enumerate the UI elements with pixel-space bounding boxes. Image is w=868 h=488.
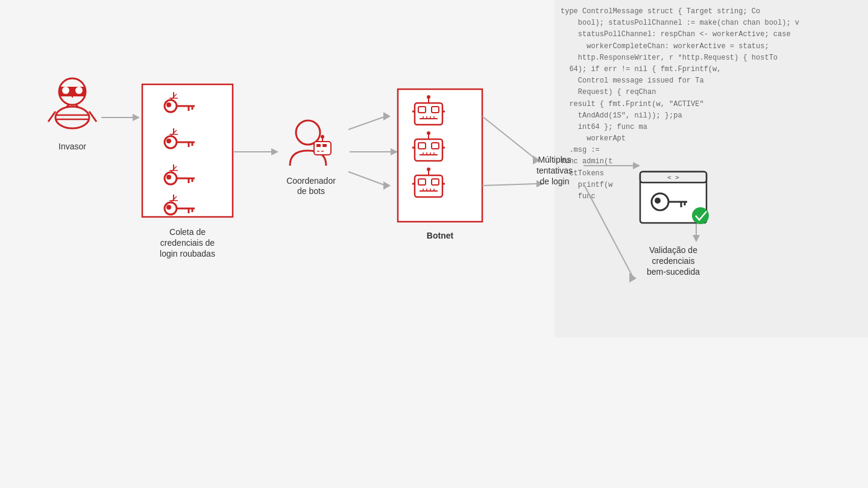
svg-marker-64 <box>383 112 391 120</box>
svg-marker-52 <box>271 148 278 155</box>
svg-text:Múltiplas: Múltiplas <box>538 155 571 164</box>
svg-text:Botnet: Botnet <box>427 231 454 240</box>
svg-rect-15 <box>142 84 233 217</box>
svg-line-10 <box>48 111 55 122</box>
svg-point-2 <box>62 87 69 94</box>
svg-marker-119 <box>629 273 637 283</box>
svg-text:Invasor: Invasor <box>58 142 86 151</box>
svg-text:tentativas: tentativas <box>536 166 573 175</box>
svg-text:bem-sucedida: bem-sucedida <box>647 267 700 277</box>
svg-text:login roubadas: login roubadas <box>160 249 215 258</box>
svg-line-118 <box>583 184 633 277</box>
svg-text:Coordenador: Coordenador <box>286 176 336 186</box>
svg-point-31 <box>166 139 171 143</box>
svg-marker-68 <box>383 181 391 190</box>
svg-point-47 <box>166 205 171 210</box>
svg-text:< >: < > <box>667 174 679 181</box>
svg-text:credenciais de: credenciais de <box>160 238 215 248</box>
svg-line-109 <box>482 184 536 186</box>
svg-point-124 <box>655 198 661 204</box>
svg-text:Coleta de: Coleta de <box>169 227 206 237</box>
svg-rect-54 <box>314 142 331 155</box>
svg-point-128 <box>692 207 709 224</box>
svg-text:Validação de: Validação de <box>649 245 697 255</box>
main-diagram: Invasor <box>0 0 868 434</box>
svg-text:credenciais: credenciais <box>652 256 695 266</box>
svg-point-23 <box>166 102 171 107</box>
svg-rect-56 <box>322 144 327 147</box>
svg-point-5 <box>55 107 89 128</box>
svg-line-107 <box>482 116 536 160</box>
svg-line-67 <box>348 172 386 186</box>
svg-point-60 <box>321 135 324 139</box>
svg-point-91 <box>427 131 430 135</box>
svg-marker-14 <box>133 114 140 121</box>
svg-marker-115 <box>633 162 640 169</box>
svg-marker-117 <box>693 235 700 242</box>
svg-marker-66 <box>391 148 398 155</box>
svg-point-103 <box>427 167 430 171</box>
svg-rect-69 <box>398 89 482 222</box>
svg-point-3 <box>75 87 83 94</box>
svg-point-39 <box>166 175 171 180</box>
svg-line-63 <box>348 116 386 130</box>
svg-rect-55 <box>316 144 321 147</box>
svg-point-79 <box>427 95 430 99</box>
svg-text:de bots: de bots <box>297 186 325 196</box>
svg-line-11 <box>89 111 96 122</box>
svg-text:de login: de login <box>539 177 569 186</box>
